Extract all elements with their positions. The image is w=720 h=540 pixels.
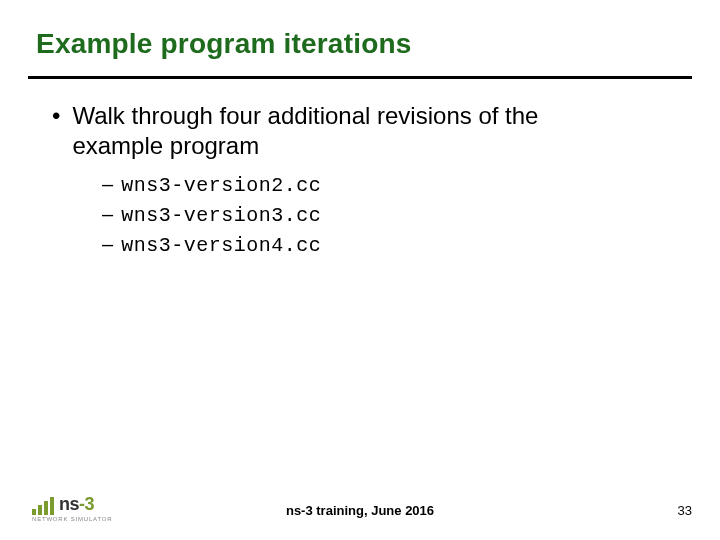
logo-suffix: -3 <box>79 494 94 514</box>
content-area: • Walk through four additional revisions… <box>0 79 720 259</box>
slide: Example program iterations • Walk throug… <box>0 0 720 540</box>
dash-marker: – <box>102 231 113 257</box>
title-block: Example program iterations <box>0 0 720 68</box>
list-item: – wns3-version3.cc <box>102 201 672 229</box>
sub-list: – wns3-version2.cc – wns3-version3.cc – … <box>102 171 672 259</box>
ns3-logo: ns-3 NETWORK SIMULATOR <box>32 494 112 522</box>
page-number: 33 <box>678 503 692 518</box>
slide-title: Example program iterations <box>36 28 684 60</box>
bullet-marker: • <box>52 101 60 131</box>
bullet-text: Walk through four additional revisions o… <box>72 101 632 161</box>
logo-text: ns-3 <box>59 494 94 515</box>
list-item: – wns3-version2.cc <box>102 171 672 199</box>
filename-text: wns3-version2.cc <box>121 173 321 199</box>
dash-marker: – <box>102 201 113 227</box>
dash-marker: – <box>102 171 113 197</box>
logo-bars-icon <box>32 497 54 515</box>
list-item: – wns3-version4.cc <box>102 231 672 259</box>
logo-top: ns-3 <box>32 494 94 515</box>
logo-subtitle: NETWORK SIMULATOR <box>32 516 112 522</box>
footer: ns-3 NETWORK SIMULATOR ns-3 training, Ju… <box>0 482 720 522</box>
filename-text: wns3-version3.cc <box>121 203 321 229</box>
footer-caption: ns-3 training, June 2016 <box>286 503 434 518</box>
filename-text: wns3-version4.cc <box>121 233 321 259</box>
logo-prefix: ns <box>59 494 79 514</box>
bullet-item: • Walk through four additional revisions… <box>48 101 672 161</box>
